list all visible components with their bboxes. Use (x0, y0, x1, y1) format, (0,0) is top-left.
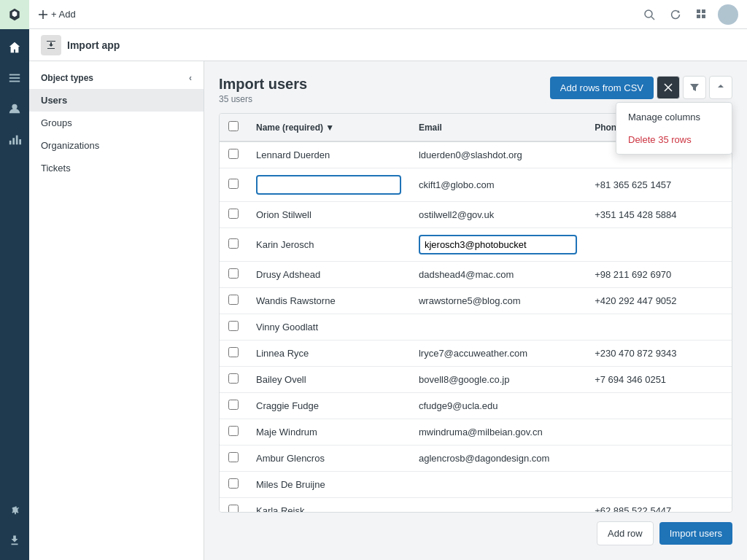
grid-icon[interactable] (692, 4, 712, 25)
row-name[interactable]: Wandis Rawstorne (247, 288, 410, 314)
email-input[interactable] (419, 235, 577, 254)
row-phone: +420 292 447 9052 (586, 288, 692, 314)
row-name[interactable]: Karla Reisk (247, 498, 410, 513)
svg-rect-14 (47, 41, 55, 42)
row-email[interactable] (410, 228, 586, 262)
row-checkbox[interactable] (228, 347, 239, 357)
import-app-title: Import app (67, 39, 120, 51)
row-role (692, 228, 732, 262)
row-name[interactable]: Maje Windrum (247, 419, 410, 446)
row-email[interactable]: wrawstorne5@blog.com (410, 288, 586, 314)
nav-item-views[interactable] (0, 63, 29, 93)
table-container: Name (required) ▼ Email Phone Role Lenna… (219, 113, 732, 513)
dropdown-menu: Manage columns Delete 35 rows (616, 102, 732, 155)
row-email[interactable]: lryce7@accuweather.com (410, 341, 586, 367)
sidebar-collapse-button[interactable]: ‹ (189, 73, 192, 83)
search-icon[interactable] (639, 4, 659, 25)
more-options-button[interactable] (709, 76, 732, 99)
title-block: Import users 35 users (219, 76, 307, 104)
row-email[interactable] (410, 472, 586, 498)
row-role (692, 446, 732, 472)
row-name[interactable]: Drusy Adshead (247, 262, 410, 288)
svg-rect-6 (16, 136, 18, 145)
row-checkbox[interactable] (228, 268, 239, 279)
sidebar-item-users[interactable]: Users (29, 89, 204, 112)
table-row: Orion Stilwellostilwell2@gov.uk+351 145 … (220, 202, 732, 228)
row-name[interactable]: Orion Stilwell (247, 202, 410, 228)
row-checkbox[interactable] (228, 505, 239, 513)
row-role (692, 314, 732, 341)
row-checkbox[interactable] (228, 321, 239, 331)
svg-rect-1 (9, 77, 20, 79)
nav-item-settings[interactable] (0, 494, 29, 524)
row-name[interactable]: Lennard Duerden (247, 141, 410, 168)
row-role (692, 168, 732, 202)
name-input[interactable] (256, 175, 401, 195)
row-checkbox[interactable] (228, 209, 239, 219)
row-phone: +351 145 428 5884 (586, 202, 692, 228)
row-checkbox[interactable] (228, 179, 239, 189)
close-button[interactable] (657, 76, 680, 99)
add-label: + Add (51, 9, 76, 20)
row-email[interactable]: dadshead4@mac.com (410, 262, 586, 288)
nav-item-downloads[interactable] (0, 525, 29, 554)
filter-button[interactable] (683, 76, 706, 99)
row-name[interactable]: Karin Jerosch (247, 228, 410, 262)
table-row: Linnea Rycelryce7@accuweather.com+230 47… (220, 341, 732, 367)
sidebar-item-organizations[interactable]: Organizations (29, 134, 204, 157)
row-checkbox[interactable] (228, 452, 239, 462)
row-checkbox[interactable] (228, 478, 239, 489)
svg-point-3 (12, 104, 17, 109)
select-all-checkbox[interactable] (228, 121, 239, 131)
row-email[interactable]: ostilwell2@gov.uk (410, 202, 586, 228)
row-email[interactable] (410, 498, 586, 513)
row-name[interactable]: Vinny Goodlatt (247, 314, 410, 341)
row-checkbox[interactable] (228, 295, 239, 305)
import-app-icon (41, 35, 61, 55)
svg-rect-7 (19, 139, 21, 144)
row-checkbox[interactable] (228, 426, 239, 436)
row-role (692, 498, 732, 513)
add-button[interactable]: + Add (38, 9, 76, 20)
table-row: ckift1@globo.com+81 365 625 1457 (220, 168, 732, 202)
row-name[interactable]: Craggie Fudge (247, 393, 410, 419)
sidebar-item-tickets[interactable]: Tickets (29, 157, 204, 179)
table-row: Karla Reisk+62 885 522 5447 (220, 498, 732, 513)
add-row-button[interactable]: Add row (597, 521, 654, 545)
row-email[interactable]: aglencrosb@dagondesign.com (410, 446, 586, 472)
import-users-button[interactable]: Import users (659, 522, 732, 545)
row-role (692, 472, 732, 498)
row-checkbox[interactable] (228, 238, 239, 249)
add-rows-csv-button[interactable]: Add rows from CSV (550, 77, 654, 99)
row-phone (586, 228, 692, 262)
row-email[interactable]: lduerden0@slashdot.org (410, 141, 586, 168)
nav-item-contacts[interactable] (0, 94, 29, 123)
manage-columns-option[interactable]: Manage columns (616, 106, 732, 128)
row-email[interactable]: ckift1@globo.com (410, 168, 586, 202)
sidebar-header: Object types ‹ (29, 73, 204, 89)
table-row: Drusy Adsheaddadshead4@mac.com+98 211 69… (220, 262, 732, 288)
row-name[interactable]: Linnea Ryce (247, 341, 410, 367)
row-role (692, 419, 732, 446)
svg-rect-11 (702, 9, 705, 13)
row-checkbox[interactable] (228, 373, 239, 384)
row-email[interactable] (410, 314, 586, 341)
table-row: Bailey Ovellbovell8@google.co.jp+7 694 3… (220, 367, 732, 393)
sidebar-item-groups[interactable]: Groups (29, 112, 204, 134)
avatar[interactable] (718, 4, 738, 25)
nav-item-reports[interactable] (0, 125, 29, 154)
row-checkbox[interactable] (228, 400, 239, 410)
svg-rect-12 (697, 15, 700, 18)
delete-rows-option[interactable]: Delete 35 rows (616, 128, 732, 151)
row-name[interactable]: Miles De Bruijne (247, 472, 410, 498)
row-name[interactable]: Ambur Glencros (247, 446, 410, 472)
row-checkbox[interactable] (228, 149, 239, 159)
row-name[interactable]: Bailey Ovell (247, 367, 410, 393)
row-name[interactable] (247, 168, 410, 202)
refresh-icon[interactable] (665, 4, 686, 25)
row-email[interactable]: cfudge9@ucla.edu (410, 393, 586, 419)
svg-line-9 (651, 17, 654, 20)
row-email[interactable]: mwindruma@milbeian.gov.cn (410, 419, 586, 446)
row-email[interactable]: bovell8@google.co.jp (410, 367, 586, 393)
nav-item-home[interactable] (0, 33, 29, 62)
